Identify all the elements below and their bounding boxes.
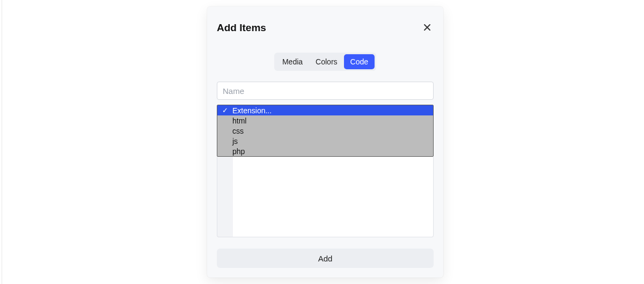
add-items-dialog: Add Items Media Colors Code 1 — [207, 6, 443, 278]
extension-option-css[interactable]: css — [217, 126, 433, 136]
tab-media[interactable]: Media — [276, 54, 309, 69]
add-button[interactable]: Add — [217, 249, 434, 268]
dialog-title: Add Items — [217, 22, 266, 34]
left-divider — [2, 0, 2, 284]
name-input[interactable] — [217, 82, 434, 100]
tab-bar: Media Colors Code — [274, 53, 376, 71]
tab-code[interactable]: Code — [344, 54, 375, 69]
extension-option-placeholder[interactable]: Extension... — [217, 105, 433, 115]
extension-option-js[interactable]: js — [217, 136, 433, 146]
close-button[interactable] — [421, 21, 434, 34]
close-icon — [423, 23, 431, 33]
tab-colors[interactable]: Colors — [309, 54, 343, 69]
extension-option-php[interactable]: php — [217, 146, 433, 156]
extension-select-dropdown[interactable]: Extension... html css js php — [217, 105, 434, 157]
extension-option-html[interactable]: html — [217, 115, 433, 126]
